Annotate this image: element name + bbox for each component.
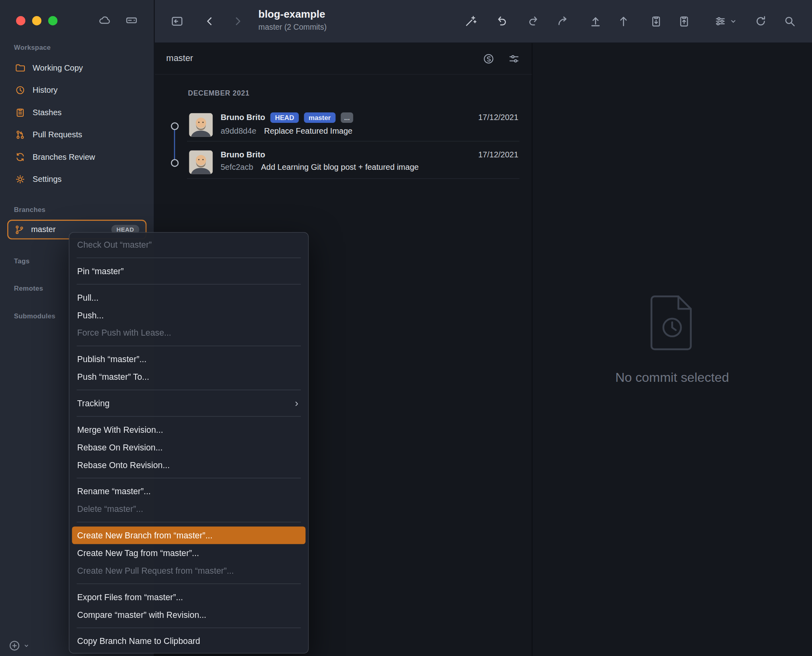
branches-review-icon (14, 151, 26, 162)
sidebar-item-stashes[interactable]: Stashes (0, 101, 154, 124)
avatar (189, 150, 213, 174)
sidebar-item-working-copy[interactable]: Working Copy (0, 57, 154, 79)
back-icon[interactable] (203, 15, 216, 27)
toolbar: blog-example master (2 Commits) (155, 0, 812, 43)
menu-item-label: Tracking (77, 398, 110, 408)
menu-separator (77, 627, 301, 628)
menu-separator (77, 346, 301, 346)
menu-item-pin[interactable]: Pin “master” (72, 262, 305, 280)
workflows-chevron-icon[interactable] (729, 17, 737, 26)
stash-apply-icon[interactable] (677, 14, 691, 28)
menu-item-copy-branch-name[interactable]: Copy Branch Name to Clipboard (72, 632, 305, 650)
workflows-icon[interactable] (714, 14, 727, 28)
folder-icon (14, 62, 26, 73)
commit-message: Replace Featured Image (264, 126, 352, 136)
avatar (189, 113, 213, 136)
menu-item-create-pull-request: Create New Pull Request from “master”... (72, 562, 305, 579)
sidebar-item-label: Branches Review (32, 152, 95, 161)
quick-actions-wand-icon[interactable] (464, 14, 478, 28)
cloud-icon[interactable] (98, 14, 112, 27)
sidebar-item-history[interactable]: History (0, 79, 154, 101)
traffic-lights (16, 16, 57, 25)
sidebar-item-label: Settings (32, 174, 61, 183)
pull-request-icon (14, 129, 26, 140)
menu-item-rebase-on[interactable]: Rebase On Revision... (72, 438, 305, 456)
forward-icon[interactable] (231, 15, 244, 27)
commit-row-detail[interactable]: a9dd8d4e Replace Featured Image (221, 126, 353, 136)
window-subtitle: master (2 Commits) (258, 22, 327, 31)
menu-separator (77, 258, 301, 258)
window-title: blog-example (258, 8, 327, 20)
minimize-button[interactable] (32, 16, 41, 25)
compare-icon[interactable] (482, 52, 495, 65)
menu-item-tracking[interactable]: Tracking › (72, 394, 305, 412)
undo-icon[interactable] (495, 14, 509, 28)
menu-separator (77, 583, 301, 584)
menu-separator (77, 416, 301, 417)
commit-graph-node (171, 159, 179, 167)
open-repo-icon[interactable] (171, 14, 184, 28)
commit-author: Bruno Brito (221, 113, 265, 122)
commit-filter-bar: master (155, 43, 532, 75)
commit-hash: 5efc2acb (221, 163, 253, 172)
menu-item-push[interactable]: Push... (72, 306, 305, 324)
search-icon[interactable] (783, 14, 797, 28)
sidebar-item-label: Pull Requests (32, 130, 82, 139)
menu-item-pull[interactable]: Pull... (72, 289, 305, 306)
commit-author: Bruno Brito (221, 150, 265, 159)
pull-icon[interactable] (589, 14, 603, 28)
commit-detail-panel: No commit selected (532, 43, 812, 656)
menu-item-publish[interactable]: Publish “master”... (72, 350, 305, 368)
commit-message: Add Learning Git blog post + featured im… (261, 163, 418, 172)
stash-save-icon[interactable] (650, 14, 663, 28)
redo-icon[interactable] (526, 14, 540, 28)
menu-item-compare[interactable]: Compare “master” with Revision... (72, 606, 305, 623)
commit-row[interactable]: Bruno Brito 17/12/2021 (221, 148, 518, 162)
branch-icon (14, 224, 25, 235)
drive-icon[interactable] (125, 14, 138, 27)
sidebar-item-branches-review[interactable]: Branches Review (0, 146, 154, 168)
sidebar-item-label: Stashes (32, 108, 61, 117)
menu-item-export-files[interactable]: Export Files from “master”... (72, 588, 305, 606)
menu-item-rebase-onto[interactable]: Rebase Onto Revision... (72, 456, 305, 474)
menu-separator (77, 478, 301, 478)
menu-item-push-to[interactable]: Push “master” To... (72, 368, 305, 385)
workspace-header: Workspace (0, 43, 154, 56)
fetch-icon[interactable] (556, 14, 570, 28)
menu-item-force-push: Force Push with Lease... (72, 324, 305, 342)
sidebar-item-label: Working Copy (32, 63, 83, 72)
menu-item-create-branch[interactable]: Create New Branch from “master”... (72, 526, 305, 544)
menu-item-rename[interactable]: Rename “master”... (72, 483, 305, 500)
sidebar-item-label: History (32, 85, 57, 94)
commit-graph-line (174, 125, 175, 162)
branches-header: Branches (0, 206, 154, 218)
row-divider (187, 141, 520, 141)
chevron-down-icon[interactable] (22, 641, 31, 650)
submenu-chevron-icon: › (295, 398, 300, 408)
zoom-button[interactable] (48, 16, 57, 25)
gear-icon (14, 173, 26, 185)
push-icon[interactable] (617, 14, 630, 28)
close-button[interactable] (16, 16, 25, 25)
menu-item-merge[interactable]: Merge With Revision... (72, 421, 305, 438)
empty-state-message: No commit selected (615, 370, 729, 385)
commit-date: 17/12/2021 (478, 113, 518, 122)
branch-context-menu: Check Out “master” Pin “master” Pull... … (69, 232, 309, 653)
menu-item-delete: Delete “master”... (72, 500, 305, 518)
filter-sliders-icon[interactable] (508, 52, 520, 65)
branch-filter-input[interactable]: master (166, 53, 482, 64)
menu-separator (77, 284, 301, 284)
refresh-icon[interactable] (754, 14, 767, 28)
sidebar-item-settings[interactable]: Settings (0, 168, 154, 190)
commit-hash: a9dd8d4e (221, 126, 256, 136)
commit-row-detail[interactable]: 5efc2acb Add Learning Git blog post + fe… (221, 163, 419, 172)
document-history-icon (648, 293, 697, 352)
more-badges[interactable]: ... (341, 112, 353, 123)
commit-row[interactable]: Bruno Brito HEAD master ... 17/12/2021 (221, 111, 518, 124)
add-button[interactable] (8, 640, 21, 652)
menu-item-checkout: Check Out “master” (72, 236, 305, 253)
sidebar-item-pull-requests[interactable]: Pull Requests (0, 123, 154, 146)
row-divider (187, 178, 520, 179)
commit-date-header: DECEMBER 2021 (188, 89, 250, 97)
menu-item-create-tag[interactable]: Create New Tag from “master”... (72, 544, 305, 562)
